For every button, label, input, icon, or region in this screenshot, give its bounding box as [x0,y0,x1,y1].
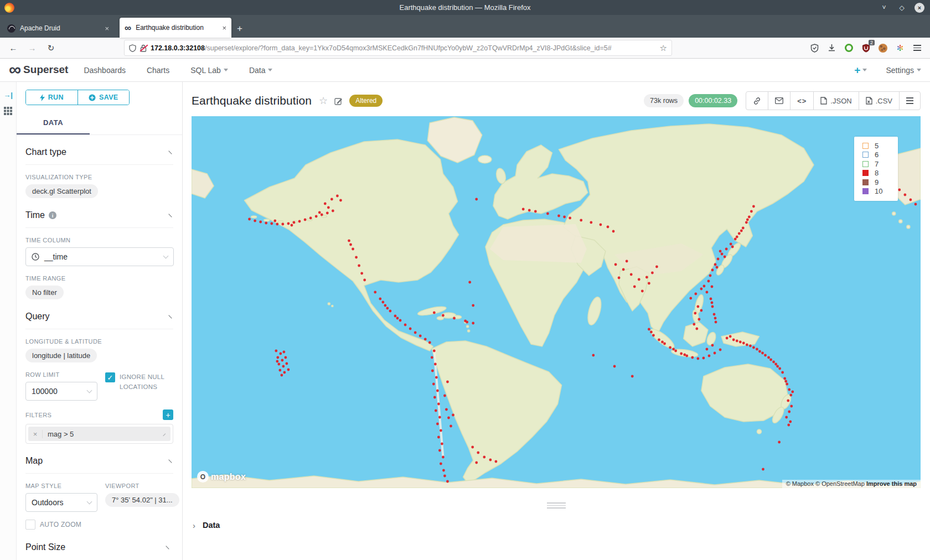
edit-properties-icon[interactable] [334,97,343,105]
tab-label: Earthquake distribution [136,24,204,32]
tab-close-icon[interactable]: × [105,24,109,33]
bookmark-star-icon[interactable]: ☆ [660,43,667,53]
filter-chip[interactable]: × mag > 5 [28,427,170,441]
attribution-improve-link[interactable]: Improve this map [866,480,917,487]
map-legend-items: 5678910 [854,141,898,196]
chart-title: Earthquake distribution [192,94,312,107]
map-container[interactable]: 5678910 O mapbox © Mapbox © OpenStreetMa… [192,116,921,488]
chevron-down-icon [862,69,867,71]
ublock-icon[interactable]: 2 [861,43,871,53]
superset-logo[interactable]: ∞ Superset [9,63,68,77]
chart-panel: Earthquake distribution ☆ Altered 73k ro… [183,82,930,560]
tab-apache-druid[interactable]: Apache Druid × [2,19,114,38]
section-query-header[interactable]: Query [25,312,173,329]
world-map[interactable] [192,116,921,488]
reload-icon[interactable]: ↻ [43,40,59,56]
legend-item[interactable]: 9 [854,178,898,187]
tab-data[interactable]: DATA [17,113,90,134]
add-filter-button[interactable]: + [163,409,173,420]
run-button[interactable]: RUN [26,90,78,105]
nav-menu: Dashboards Charts SQL Lab Data [84,66,272,75]
back-icon[interactable]: ← [6,40,21,56]
new-chart-button[interactable]: + [854,64,867,76]
section-query: Query LONGITUDE & LATITUDE longitude | l… [25,299,173,444]
insecure-lock-icon[interactable] [140,44,147,52]
mapbox-logo[interactable]: O mapbox [197,471,246,483]
forward-icon[interactable]: → [24,40,40,56]
legend-item[interactable]: 8 [854,169,898,178]
tab-earthquake-distribution[interactable]: ∞ Earthquake distribution × [120,18,231,38]
altered-badge[interactable]: Altered [349,95,383,107]
legend-item[interactable]: 6 [854,151,898,160]
export-csv-button[interactable]: .CSV [859,92,899,110]
auto-zoom-checkbox[interactable] [25,520,35,530]
chevron-down-icon [917,69,921,71]
tab-close-icon[interactable]: × [222,24,226,32]
nav-item-sql-lab[interactable]: SQL Lab [190,66,228,75]
export-json-button[interactable]: .JSON [813,92,858,110]
section-point-size-header[interactable]: Point Size [25,542,173,559]
attribution-osm[interactable]: © OpenStreetMap [815,480,865,487]
url-text[interactable]: 172.18.0.3:32108/superset/explore/?form_… [151,44,656,52]
email-button[interactable] [768,92,790,110]
asterisk-extension-icon[interactable]: ✻ [895,43,905,53]
settings-menu[interactable]: Settings [886,66,921,75]
dataset-grid-icon[interactable] [4,107,12,117]
pocket-shield-icon[interactable] [809,43,819,53]
nav-item-charts[interactable]: Charts [147,66,169,75]
time-column-label: TIME COLUMN [25,237,173,243]
nav-item-dashboards[interactable]: Dashboards [84,66,126,75]
tracking-shield-icon[interactable] [129,44,136,52]
window-close-icon[interactable]: × [914,3,924,13]
save-button[interactable]: SAVE [78,90,130,105]
copy-link-button[interactable] [746,92,768,110]
browser-menu-icon[interactable] [912,43,922,53]
chevron-up-icon [166,151,172,157]
time-range-label: TIME RANGE [25,275,173,282]
nav-item-data[interactable]: Data [249,66,273,75]
favorite-star-icon[interactable]: ☆ [319,95,328,107]
chart-menu-button[interactable] [899,92,920,110]
section-map: Map MAP STYLE Outdoors AUTO ZOOM VIE [25,444,173,530]
section-chart-type: Chart type VISUALIZATION TYPE deck.gl Sc… [25,135,173,198]
chevron-down-icon [87,388,92,393]
data-panel-toggle[interactable]: › Data [183,509,930,530]
time-column-select[interactable]: __time [25,247,174,266]
row-limit-label: ROW LIMIT [25,371,97,378]
legend-label: 10 [875,187,882,195]
resize-drag-handle[interactable] [547,502,566,509]
chevron-up-icon [166,214,172,220]
section-point-size: Point Size [25,530,173,559]
ublock-badge: 2 [869,40,875,45]
remove-filter-icon[interactable]: × [28,430,43,438]
legend-item[interactable]: 10 [854,187,898,196]
legend-item[interactable]: 5 [854,141,898,151]
time-range-value[interactable]: No filter [25,286,64,299]
filters-label: FILTERS [25,412,51,418]
ignore-null-label: IGNORE NULL LOCATIONS [120,372,173,401]
map-style-select[interactable]: Outdoors [25,493,97,512]
window-minimize-icon[interactable]: ˅ [879,3,889,13]
lonlat-value[interactable]: longitude | latitude [25,349,97,362]
section-time-header[interactable]: Time i [25,210,173,228]
chevron-down-icon [163,253,169,259]
url-bar[interactable]: 172.18.0.3:32108/superset/explore/?form_… [124,40,672,56]
legend-swatch-icon [862,152,869,158]
window-maximize-icon[interactable]: ◇ [897,3,907,13]
viewport-value[interactable]: 7° 35' 54.02" | 31... [105,493,179,507]
embed-code-button[interactable]: <> [790,92,813,110]
legend-item[interactable]: 7 [854,159,898,169]
row-limit-select[interactable]: 100000 [25,382,97,401]
cookie-extension-icon[interactable] [878,43,888,53]
extension-green-icon[interactable] [844,43,854,53]
section-map-header[interactable]: Map [25,456,173,474]
downloads-icon[interactable] [826,43,836,53]
attribution-mapbox[interactable]: © Mapbox [786,480,814,487]
ignore-null-checkbox[interactable]: ✓ [105,372,115,382]
section-chart-type-header[interactable]: Chart type [25,147,173,165]
url-path: /superset/explore/?form_data_key=1Ykx7oD… [205,44,612,52]
viz-type-label: VISUALIZATION TYPE [25,174,173,180]
viz-type-value[interactable]: deck.gl Scatterplot [25,184,98,198]
collapse-panel-icon[interactable]: →| [3,91,13,99]
new-tab-button[interactable]: + [237,23,242,34]
